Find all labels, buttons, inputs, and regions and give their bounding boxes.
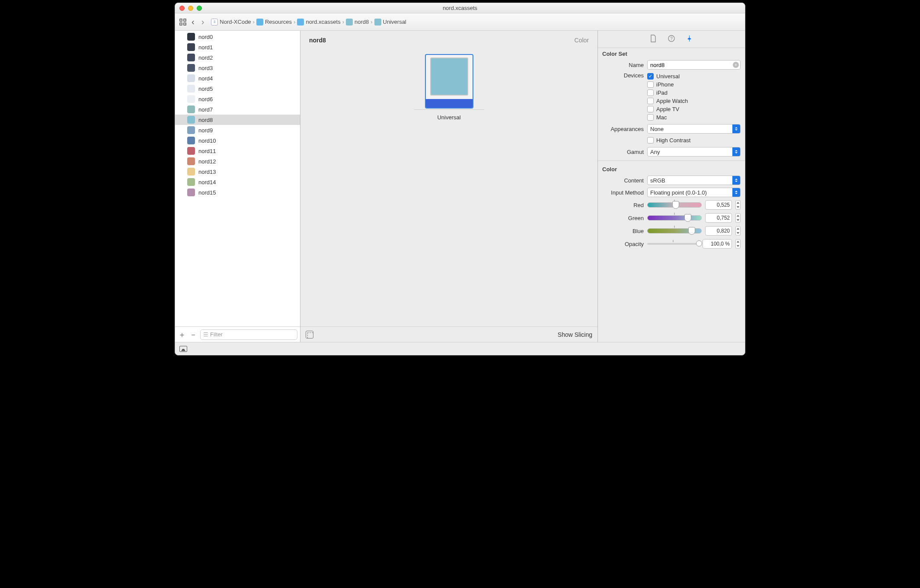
color-well[interactable]: Universal	[414, 54, 484, 121]
section-colorset-title: Color Set	[598, 48, 745, 59]
color-list-item[interactable]: nord4	[175, 73, 300, 83]
high-contrast-checkbox[interactable]: High Contrast	[647, 136, 741, 144]
file-tab-icon[interactable]	[649, 35, 657, 44]
color-list-item-label: nord11	[198, 148, 216, 154]
color-list-item[interactable]: nord6	[175, 94, 300, 104]
back-button[interactable]: ‹	[189, 17, 197, 27]
name-input[interactable]	[647, 60, 741, 70]
device-checkbox[interactable]: Mac	[647, 113, 741, 121]
debug-area-toggle-icon[interactable]	[179, 346, 187, 352]
input-method-label: Input Method	[602, 189, 644, 196]
svg-rect-2	[180, 23, 182, 25]
color-list-item[interactable]: nord11	[175, 146, 300, 156]
color-swatch-icon	[187, 95, 195, 103]
devices-label: Devices	[602, 72, 644, 79]
green-value[interactable]: 0,752	[705, 213, 732, 223]
color-list-item-label: nord15	[198, 189, 216, 196]
quickhelp-tab-icon[interactable]: ?	[668, 35, 675, 44]
titlebar: nord.xcassets	[175, 3, 745, 13]
color-list-item[interactable]: nord15	[175, 187, 300, 198]
folder-icon	[256, 19, 263, 26]
content-popup[interactable]: sRGB	[647, 176, 741, 185]
filter-input[interactable]: ☰ Filter	[200, 329, 297, 340]
device-checkbox[interactable]: Apple Watch	[647, 97, 741, 105]
slider-thumb[interactable]	[696, 240, 702, 246]
remove-asset-button[interactable]: －	[189, 330, 198, 339]
show-slicing-button[interactable]: Show Slicing	[558, 331, 592, 338]
color-list-item[interactable]: nord2	[175, 52, 300, 63]
add-asset-button[interactable]: ＋	[178, 330, 186, 339]
color-list-item-label: nord0	[198, 34, 213, 40]
device-checkbox[interactable]: ✓Universal	[647, 72, 741, 80]
breadcrumb-item[interactable]: nord.xcassets	[306, 19, 340, 25]
breadcrumb-item[interactable]: Resources	[265, 19, 292, 25]
color-list-item[interactable]: nord5	[175, 83, 300, 94]
color-swatch-icon	[187, 116, 195, 124]
opacity-value[interactable]: 100,0 %	[703, 239, 732, 249]
media-library-button[interactable]	[306, 331, 313, 339]
color-swatch-icon	[187, 126, 195, 134]
section-color-title: Color	[598, 163, 745, 174]
color-list-item-label: nord12	[198, 158, 216, 165]
clear-name-button[interactable]: ＋	[733, 62, 739, 68]
color-list-item[interactable]: nord3	[175, 63, 300, 73]
slider-thumb[interactable]	[688, 227, 695, 235]
color-swatch-icon	[187, 64, 195, 72]
red-slider[interactable]	[647, 202, 702, 208]
color-swatch-icon	[346, 19, 353, 26]
blue-stepper[interactable]	[735, 226, 741, 236]
color-list-item[interactable]: nord9	[175, 125, 300, 135]
color-list-item[interactable]: nord1	[175, 42, 300, 52]
color-list-item[interactable]: nord8	[175, 115, 300, 125]
color-list-item[interactable]: nord13	[175, 166, 300, 177]
appearances-label: Appearances	[602, 126, 644, 132]
color-list-item-label: nord2	[198, 54, 213, 61]
color-well-swatch	[430, 58, 468, 96]
color-list-item-label: nord9	[198, 127, 213, 134]
color-swatch-icon	[187, 85, 195, 93]
blue-value[interactable]: 0,820	[705, 226, 732, 236]
color-list-item-label: nord4	[198, 75, 213, 82]
color-list-item[interactable]: nord10	[175, 135, 300, 146]
devices-group: ✓UniversaliPhoneiPadApple WatchApple TVM…	[647, 72, 741, 121]
color-well-label: Universal	[437, 114, 460, 121]
color-list-item[interactable]: nord0	[175, 32, 300, 42]
forward-button[interactable]: ›	[199, 17, 207, 27]
breadcrumb-item[interactable]: Nord-XCode	[220, 19, 251, 25]
slider-thumb[interactable]	[684, 214, 691, 222]
color-swatch-icon	[187, 189, 195, 196]
blue-slider[interactable]	[647, 228, 702, 233]
swift-file-icon: ⇩	[211, 19, 218, 26]
green-stepper[interactable]	[735, 213, 741, 223]
red-stepper[interactable]	[735, 200, 741, 210]
breadcrumb-item[interactable]: nord8	[355, 19, 369, 25]
color-list-item-label: nord6	[198, 96, 213, 102]
color-list-item[interactable]: nord14	[175, 177, 300, 187]
breadcrumb[interactable]: ⇩Nord-XCode›Resources›nord.xcassets›nord…	[211, 19, 406, 26]
color-swatch-icon	[374, 19, 381, 26]
appearances-popup[interactable]: None	[647, 124, 741, 134]
green-slider[interactable]	[647, 215, 702, 220]
device-checkbox[interactable]: iPad	[647, 89, 741, 97]
device-checkbox[interactable]: Apple TV	[647, 105, 741, 113]
chevron-updown-icon	[732, 125, 740, 133]
color-list-item-label: nord14	[198, 179, 216, 185]
related-items-icon[interactable]	[179, 18, 187, 26]
breadcrumb-item[interactable]: Universal	[383, 19, 406, 25]
color-list-item[interactable]: nord12	[175, 156, 300, 166]
slider-thumb[interactable]	[672, 201, 679, 209]
device-checkbox[interactable]: iPhone	[647, 80, 741, 89]
attributes-tab-icon[interactable]	[686, 35, 693, 44]
opacity-slider[interactable]	[647, 243, 699, 245]
checkbox-icon	[647, 81, 654, 88]
color-list-item-label: nord7	[198, 106, 213, 113]
gamut-popup[interactable]: Any	[647, 147, 741, 157]
checkbox-icon	[647, 89, 654, 96]
toolbar: ‹ › ⇩Nord-XCode›Resources›nord.xcassets›…	[175, 13, 745, 31]
color-set-list[interactable]: nord0nord1nord2nord3nord4nord5nord6nord7…	[175, 31, 300, 326]
color-list-item[interactable]: nord7	[175, 104, 300, 115]
color-well-frame	[425, 54, 473, 109]
opacity-stepper[interactable]	[735, 239, 741, 249]
red-value[interactable]: 0,525	[705, 200, 732, 210]
input-method-popup[interactable]: Floating point (0.0-1.0)	[647, 188, 741, 197]
